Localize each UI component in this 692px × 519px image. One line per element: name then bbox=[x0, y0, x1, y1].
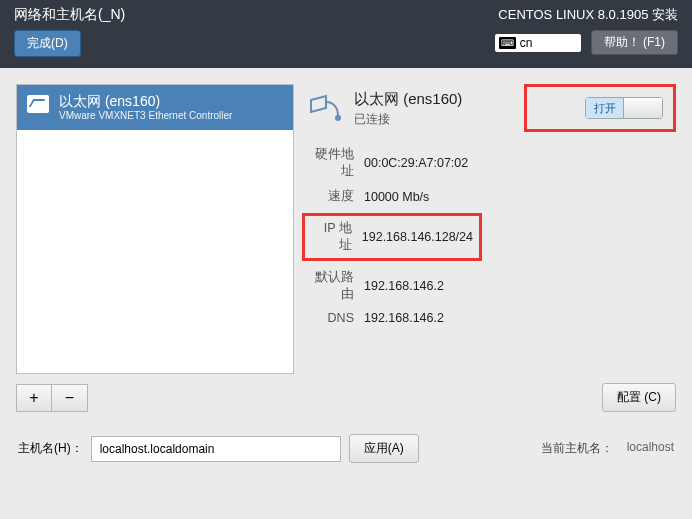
toggle-knob bbox=[624, 98, 662, 118]
current-hostname-label: 当前主机名： bbox=[541, 440, 613, 457]
help-button[interactable]: 帮助！ (F1) bbox=[591, 30, 678, 55]
configure-button[interactable]: 配置 (C) bbox=[602, 383, 676, 412]
ip-label: IP 地址 bbox=[311, 220, 352, 254]
interface-name: 以太网 (ens160) bbox=[59, 93, 232, 110]
network-interface-list[interactable]: 以太网 (ens160) VMware VMXNET3 Ethernet Con… bbox=[16, 84, 294, 374]
header-right: CENTOS LINUX 8.0.1905 安装 ⌨ cn 帮助！ (F1) bbox=[495, 6, 678, 55]
ethernet-icon bbox=[27, 95, 49, 113]
enable-highlight-box: 打开 bbox=[524, 84, 676, 132]
hw-addr-label: 硬件地址 bbox=[308, 146, 354, 180]
gateway-label: 默认路由 bbox=[308, 269, 354, 303]
speed-label: 速度 bbox=[308, 188, 354, 205]
interface-driver: VMware VMXNET3 Ethernet Controller bbox=[59, 110, 232, 122]
network-interface-item[interactable]: 以太网 (ens160) VMware VMXNET3 Ethernet Con… bbox=[17, 85, 293, 130]
remove-interface-button[interactable]: − bbox=[52, 384, 88, 412]
distro-label: CENTOS LINUX 8.0.1905 安装 bbox=[495, 6, 678, 24]
current-hostname-value: localhost bbox=[627, 440, 674, 457]
add-interface-button[interactable]: + bbox=[16, 384, 52, 412]
ip-highlight-box: IP 地址 192.168.146.128/24 bbox=[302, 213, 482, 261]
hw-addr-value: 00:0C:29:A7:07:02 bbox=[364, 156, 468, 170]
gateway-value: 192.168.146.2 bbox=[364, 279, 444, 293]
interface-status: 已连接 bbox=[354, 111, 462, 128]
toggle-label-on: 打开 bbox=[586, 98, 624, 118]
header-bar: 网络和主机名(_N) 完成(D) CENTOS LINUX 8.0.1905 安… bbox=[0, 0, 692, 68]
keyboard-layout: cn bbox=[520, 36, 533, 50]
hostname-label: 主机名(H)： bbox=[18, 440, 83, 457]
keyboard-icon: ⌨ bbox=[499, 37, 516, 49]
dns-value: 192.168.146.2 bbox=[364, 311, 444, 325]
interface-details: 硬件地址 00:0C:29:A7:07:02 速度 10000 Mb/s IP … bbox=[308, 146, 676, 325]
apply-hostname-button[interactable]: 应用(A) bbox=[349, 434, 419, 463]
interface-enable-toggle[interactable]: 打开 bbox=[585, 97, 663, 119]
svg-point-0 bbox=[335, 115, 341, 121]
ip-value: 192.168.146.128/24 bbox=[362, 230, 473, 244]
hostname-input[interactable] bbox=[91, 436, 341, 462]
interface-title: 以太网 (ens160) bbox=[354, 90, 462, 109]
ethernet-big-icon bbox=[308, 94, 342, 124]
dns-label: DNS bbox=[308, 311, 354, 325]
done-button[interactable]: 完成(D) bbox=[14, 30, 81, 57]
keyboard-indicator[interactable]: ⌨ cn bbox=[495, 34, 581, 52]
speed-value: 10000 Mb/s bbox=[364, 190, 429, 204]
